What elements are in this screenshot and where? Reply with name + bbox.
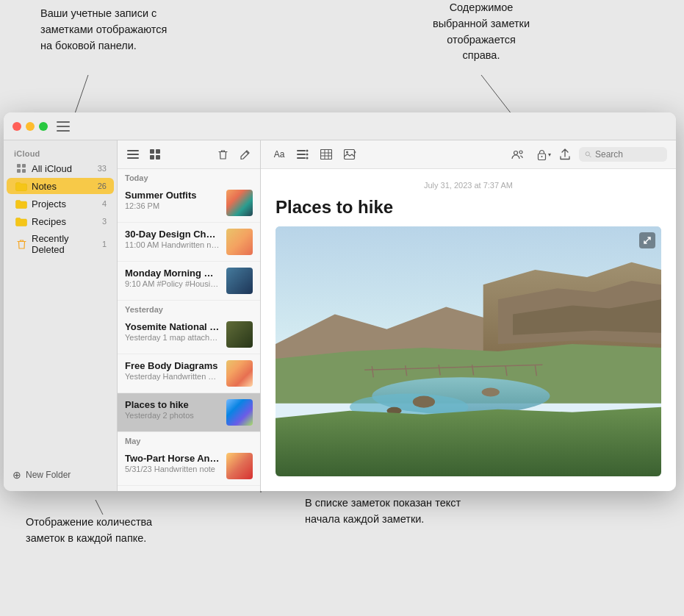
- note-item-sunlight[interactable]: Sunlight and Circadian... 5/29/23 #schoo…: [118, 486, 260, 491]
- main-window: iCloud All iCloud 33: [4, 112, 676, 491]
- note-item-places-to-hike[interactable]: Places to hike Yesterday 2 photos: [118, 393, 260, 432]
- note-item-yosemite[interactable]: Yosemite National Park Yesterday 1 map a…: [118, 315, 260, 354]
- sidebar-item-label: Projects: [32, 198, 99, 209]
- note-thumbnail: [226, 399, 253, 426]
- svg-line-1: [481, 75, 514, 118]
- sidebar-item-label: All iCloud: [32, 163, 95, 174]
- section-yesterday: Yesterday: [118, 301, 260, 315]
- annotation-top-right: Содержимое выбранной заметки отображаетс…: [408, 0, 555, 64]
- titlebar: [4, 112, 676, 140]
- svg-point-19: [306, 154, 309, 156]
- note-title: 30-Day Design Challen...: [125, 229, 220, 240]
- section-may: May: [118, 432, 260, 447]
- note-thumbnail: [226, 360, 253, 387]
- svg-rect-21: [321, 150, 332, 160]
- note-title: Yosemite National Park: [125, 321, 220, 332]
- notes-list-toolbar: [118, 140, 260, 169]
- annotation-bottom-left: Отображение количества заметок в каждой …: [26, 515, 209, 547]
- search-box[interactable]: [579, 147, 667, 162]
- svg-rect-6: [17, 169, 21, 173]
- expand-image-button[interactable]: [639, 232, 655, 248]
- note-title: Two-Part Horse Anima...: [125, 453, 220, 464]
- annotation-top-left: Ваши учетные записи с заметками отобража…: [40, 6, 209, 54]
- sidebar-item-recently-deleted[interactable]: Recently Deleted 1: [7, 231, 114, 257]
- svg-line-0: [73, 75, 88, 118]
- close-button[interactable]: [12, 122, 21, 131]
- sidebar-item-count: 1: [102, 240, 107, 248]
- svg-point-32: [586, 152, 589, 156]
- sidebar-item-all-icloud[interactable]: All iCloud 33: [7, 160, 114, 176]
- svg-rect-14: [156, 155, 160, 160]
- note-item-design-challenge[interactable]: 30-Day Design Challen... 11:00 AM Handwr…: [118, 223, 260, 262]
- editor-panel: Aa: [261, 140, 676, 491]
- svg-point-27: [346, 151, 348, 154]
- new-folder-button[interactable]: ⊕ New Folder: [4, 465, 117, 485]
- compose-button[interactable]: [237, 146, 253, 162]
- trash-icon: [15, 238, 27, 250]
- annotation-bottom-right: В списке заметок показан текст начала ка…: [305, 495, 533, 528]
- svg-line-3: [96, 500, 103, 515]
- note-item-summer-outfits[interactable]: Summer Outfits 12:36 PM: [118, 184, 260, 223]
- note-thumbnail: [226, 190, 253, 216]
- sidebar-toggle-button[interactable]: [57, 121, 70, 132]
- search-input[interactable]: [595, 149, 661, 160]
- svg-point-18: [306, 150, 309, 152]
- note-title: Places to hike: [125, 399, 220, 410]
- sidebar-item-projects[interactable]: Projects 4: [7, 196, 114, 212]
- note-thumbnail: [226, 268, 253, 294]
- note-item-horse-animation[interactable]: Two-Part Horse Anima... 5/31/23 Handwrit…: [118, 447, 260, 486]
- list-view-button[interactable]: [125, 146, 141, 162]
- note-title: Free Body Diagrams: [125, 360, 220, 371]
- sidebar-item-count: 26: [98, 182, 107, 190]
- sidebar-item-label: Recently Deleted: [32, 233, 99, 255]
- sidebar: iCloud All iCloud 33: [4, 140, 118, 491]
- note-meta: Yesterday Handwritten note: [125, 372, 220, 381]
- note-item-body-diagrams[interactable]: Free Body Diagrams Yesterday Handwritten…: [118, 354, 260, 393]
- sidebar-item-notes[interactable]: Notes 26: [7, 178, 114, 194]
- grid-view-button[interactable]: [147, 146, 163, 162]
- svg-rect-13: [150, 155, 154, 160]
- sidebar-item-count: 3: [102, 217, 107, 226]
- media-button[interactable]: [340, 145, 359, 164]
- sidebar-item-label: Recipes: [32, 216, 99, 227]
- note-item-monday-meeting[interactable]: Monday Morning Meeting 9:10 AM #Policy #…: [118, 262, 260, 301]
- delete-note-button[interactable]: [215, 146, 231, 162]
- svg-rect-4: [17, 164, 21, 168]
- note-meta: 11:00 AM Handwritten note: [125, 240, 220, 249]
- landscape-svg: [276, 226, 661, 476]
- note-time: 12:36 PM: [125, 201, 220, 210]
- note-title: Summer Outfits: [125, 190, 220, 201]
- editor-content: July 31, 2023 at 7:37 AM Places to hike: [261, 169, 676, 491]
- font-label: Aa: [274, 149, 285, 160]
- note-thumbnail: [226, 229, 253, 255]
- sidebar-section-icloud: iCloud: [4, 146, 117, 160]
- svg-rect-17: [297, 157, 306, 159]
- svg-rect-16: [297, 154, 306, 155]
- svg-rect-11: [150, 149, 154, 154]
- search-icon: [585, 150, 591, 159]
- editor-title: Places to hike: [276, 197, 661, 218]
- folder-icon: [15, 215, 27, 227]
- lock-button[interactable]: ▾: [532, 145, 551, 164]
- grid-icon: [15, 162, 27, 174]
- minimize-button[interactable]: [26, 122, 35, 131]
- svg-marker-45: [276, 407, 661, 476]
- checklist-button[interactable]: [293, 145, 312, 164]
- font-button[interactable]: Aa: [270, 145, 289, 164]
- sidebar-item-recipes[interactable]: Recipes 3: [7, 213, 114, 229]
- note-meta: Yesterday 1 map attachment: [125, 333, 220, 342]
- maximize-button[interactable]: [39, 122, 48, 131]
- note-title: Monday Morning Meeting: [125, 268, 220, 279]
- notes-list-panel: Today Summer Outfits 12:36 PM 30-Day Des…: [118, 140, 261, 491]
- svg-rect-10: [127, 157, 139, 159]
- note-meta: 5/31/23 Handwritten note: [125, 465, 220, 473]
- collaborate-button[interactable]: [508, 145, 528, 164]
- plus-icon: ⊕: [12, 469, 21, 481]
- sidebar-item-label: Notes: [32, 181, 95, 192]
- landscape-photo: [276, 226, 661, 476]
- share-button[interactable]: [555, 145, 575, 164]
- svg-rect-12: [156, 149, 160, 154]
- svg-point-29: [519, 151, 522, 154]
- sidebar-item-count: 33: [98, 164, 107, 173]
- table-button[interactable]: [317, 145, 336, 164]
